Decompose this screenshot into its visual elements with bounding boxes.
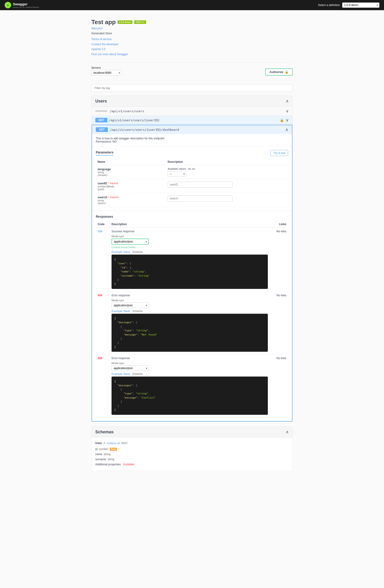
app-info: Test app 1.0.0-demo OAS 3.1 data.json Ge… [91,19,293,57]
get1-chevron: ∨ [286,118,289,123]
userid-param-meta: userID * required number($float) (path) [96,179,166,193]
version-badge: 1.0.0-demo [118,21,132,24]
users-section-title: Users [95,99,107,104]
schema-content: User ∧ Collapse all object id number flo… [92,438,292,471]
search-param-type: string [98,199,164,202]
get1-endpoint-row[interactable]: GET /api/v1/users/users/{userID} 🔒 ∨ [92,116,292,125]
language-param-type: string [98,171,164,174]
example-value-label-409: Example Value Schema [111,372,268,376]
response-409-row: 409 Error response Media type applicatio… [96,354,288,417]
schema-id-property: id number float [95,447,289,452]
schema-name-property: name string [95,452,289,457]
authorize-button[interactable]: Authorize 🔓 [265,68,293,76]
definition-select-wrapper[interactable]: 1.0.0-demo [342,2,379,8]
media-type-select-404[interactable]: application/json [111,303,149,308]
language-select-wrapper[interactable]: -- sk en [168,171,186,177]
response-409-desc-cell: Error response Media type application/js… [110,354,270,417]
method-badge-collapsed [95,110,107,112]
userid-param-row: userID * required number($float) (path) [96,179,288,193]
userid-param-location: (path) [98,188,164,190]
language-select[interactable]: -- sk en [168,171,186,177]
filter-section [91,80,293,92]
collapsed-endpoint-path: /api/v1/users/users [110,109,144,113]
swagger-logo-text-group: Swagger powered by SMARTBEAR [13,2,39,8]
users-section-header[interactable]: Users ∧ [92,96,292,107]
collapsed-endpoint-chevron: ∨ [286,108,289,114]
params-title: Parameters [96,150,113,156]
svg-text:S: S [7,4,9,6]
media-type-select-200[interactable]: application/json [111,239,149,245]
select-definition-label: Select a definition [318,3,340,7]
get1-method-badge: GET [95,118,107,123]
terms-link[interactable]: Terms of service [91,37,293,42]
userid-input[interactable] [168,182,233,188]
schema-surname-type: string [107,458,114,461]
definition-select[interactable]: 1.0.0-demo [342,2,379,8]
get2-path: /api/v1/users/users/{userID}/dashboard [110,128,179,131]
schemas-title: Schemas [95,430,114,435]
search-param-row: search * required string (query) [96,193,288,207]
responses-title: Responses [96,215,288,218]
contact-link[interactable]: Contact the developer [91,42,293,47]
media-type-select-wrapper-404[interactable]: application/json [111,303,149,308]
schema-surname-name: surname [95,458,106,461]
response-409-desc: Error response [111,357,268,360]
license-link[interactable]: Apache 2.0 [91,47,293,52]
schema-id-format: float [110,448,117,451]
schema-surname-property: surname string [95,457,289,462]
collapsed-endpoint-left: /api/v1/users/users [95,109,144,113]
media-type-label-404: Media type [111,299,268,302]
links-404: No links [277,294,286,297]
schema-id-type: number [99,447,108,451]
language-param-location: (header) [98,174,164,176]
schemas-header[interactable]: Schemas ∧ [92,427,292,438]
code-col-header: Code [96,221,110,228]
servers-select-wrapper[interactable]: localhost:8080 [91,70,122,76]
userid-param-name: userID [98,182,107,185]
schema-type-badge: object [121,442,128,444]
swagger-logo-name: Swagger [13,2,39,6]
search-required-badge: * required [108,196,118,198]
responses-section: Responses Code Description Links 200 [92,211,292,421]
response-200-desc-cell: Success response Media type application/… [110,228,270,291]
controls-accept-200: Controls Accept header. [111,246,268,249]
app-title: Test app [91,19,116,26]
filter-input[interactable] [91,84,293,92]
additional-label: Additional properties [95,463,121,466]
schema-additional-props: Additional properties forbidden [95,462,289,467]
response-404-desc: Error response [111,294,268,297]
language-param-meta: language string (header) [96,165,166,179]
try-it-out-button[interactable]: Try it out [270,150,288,156]
top-header: S Swagger powered by SMARTBEAR Select a … [0,0,384,10]
code-404: 404 [98,294,102,297]
search-param-location: (query) [98,202,164,205]
header-right: Select a definition 1.0.0-demo [318,2,379,8]
servers-select[interactable]: localhost:8080 [91,70,122,76]
schemas-section: Schemas ∧ User ∧ Collapse all object id … [91,426,293,471]
response-404-desc-cell: Error response Media type application/js… [110,291,270,354]
code-block-404: { "messages": [ { "type": "string", "mes… [111,314,268,352]
find-out-link[interactable]: Find out more about Swagger [91,52,293,57]
schema-link[interactable]: data.json [91,27,293,30]
media-type-select-409[interactable]: application/json [111,365,149,371]
language-available-values: Available values : sk, en [168,168,286,170]
media-type-select-wrapper-409[interactable]: application/json [111,365,149,371]
schema-collapse-link[interactable]: Collapse all [107,442,120,444]
userid-param-type: number($float) [98,185,164,188]
get2-method-badge: GET [96,127,108,132]
media-type-select-wrapper-200[interactable]: application/json [111,239,149,245]
links-409: No links [277,357,286,360]
links-200: No links [277,230,286,233]
code-409: 409 [98,357,102,360]
userid-required-badge: * required [108,182,118,185]
get1-lock-icon: 🔒 [280,118,284,122]
code-block-200: { "user": { "id": 1, "name": "string", "… [111,254,268,289]
app-generated: Generated Store [91,32,293,35]
schema-name-name: name [95,453,102,456]
collapsed-endpoint-row[interactable]: /api/v1/users/users ∨ [92,107,292,116]
search-input[interactable] [168,195,233,202]
servers-group: Servers localhost:8080 [91,66,122,76]
get2-header-left: GET /api/v1/users/users/{userID}/dashboa… [96,127,179,132]
authorize-label: Authorize [269,70,283,74]
get2-endpoint-header[interactable]: GET /api/v1/users/users/{userID}/dashboa… [92,125,292,134]
